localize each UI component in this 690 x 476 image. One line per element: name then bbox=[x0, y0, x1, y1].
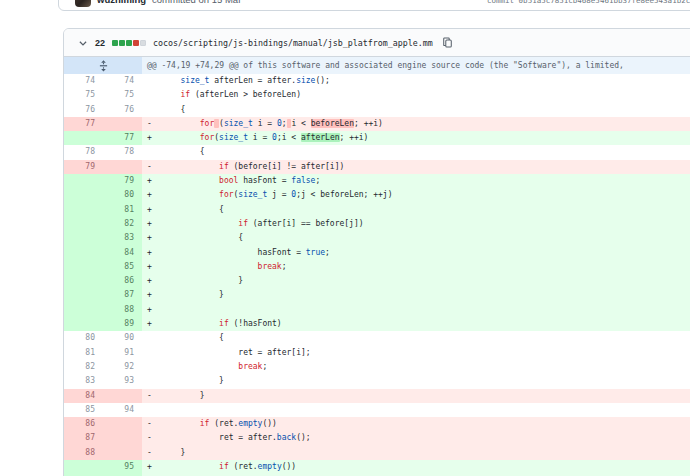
new-line-number[interactable]: 78 bbox=[103, 145, 142, 159]
old-line-number[interactable] bbox=[64, 303, 103, 317]
old-line-number[interactable] bbox=[64, 260, 103, 274]
old-line-number[interactable] bbox=[64, 231, 103, 245]
commit-hash: commit 0b51a5c7851cb468e5461bb37fe8ee543… bbox=[487, 0, 690, 5]
old-line-number[interactable]: 85 bbox=[64, 403, 103, 417]
diff-row: 84- } bbox=[64, 389, 690, 403]
new-line-number[interactable]: 87 bbox=[103, 288, 142, 302]
file-path-link[interactable]: cocos/scripting/js-bindings/manual/jsb_p… bbox=[153, 38, 433, 48]
old-line-number[interactable]: 78 bbox=[64, 145, 103, 159]
hunk-header-text: @@ -74,19 +74,29 @@ of this software and… bbox=[142, 57, 690, 74]
code-line: + break; bbox=[142, 260, 690, 274]
old-line-number[interactable] bbox=[64, 203, 103, 217]
diff-marker: - bbox=[147, 417, 152, 431]
diff-row: 88- } bbox=[64, 446, 690, 460]
new-line-number[interactable]: 79 bbox=[103, 174, 142, 188]
code-line: } bbox=[142, 374, 690, 388]
new-line-number[interactable]: 94 bbox=[103, 403, 142, 417]
diff-row: 79+ bool hasFont = false; bbox=[64, 174, 690, 188]
copy-file-path-icon[interactable] bbox=[442, 37, 453, 48]
old-line-number[interactable] bbox=[64, 188, 103, 202]
code-text: if (afterLen > beforeLen) bbox=[142, 88, 301, 102]
diff-marker: + bbox=[147, 174, 152, 188]
commit-author-link[interactable]: wuzhiming bbox=[97, 0, 146, 5]
diff-marker: + bbox=[147, 217, 152, 231]
old-line-number[interactable]: 87 bbox=[64, 431, 103, 445]
diff-row: 86+ } bbox=[64, 274, 690, 288]
old-line-number[interactable]: 79 bbox=[64, 160, 103, 174]
old-line-number[interactable]: 83 bbox=[64, 374, 103, 388]
old-line-number[interactable] bbox=[64, 246, 103, 260]
code-line: { bbox=[142, 103, 690, 117]
old-line-number[interactable] bbox=[64, 274, 103, 288]
new-line-number[interactable]: 82 bbox=[103, 217, 142, 231]
code-line: + hasFont = true; bbox=[142, 246, 690, 260]
diff-marker: - bbox=[147, 431, 152, 445]
old-line-number[interactable]: 84 bbox=[64, 389, 103, 403]
code-line: + bool hasFont = false; bbox=[142, 174, 690, 188]
code-text: { bbox=[142, 231, 243, 245]
new-line-number[interactable]: 77 bbox=[103, 131, 142, 145]
new-line-number[interactable]: 85 bbox=[103, 260, 142, 274]
new-line-number[interactable]: 86 bbox=[103, 274, 142, 288]
new-line-number[interactable]: 89 bbox=[103, 317, 142, 331]
new-line-number[interactable]: 80 bbox=[103, 188, 142, 202]
new-line-number[interactable]: 84 bbox=[103, 246, 142, 260]
old-line-number[interactable] bbox=[64, 460, 103, 474]
user-avatar[interactable] bbox=[75, 0, 91, 7]
diff-row: 83+ { bbox=[64, 231, 690, 245]
old-line-number[interactable]: 81 bbox=[64, 346, 103, 360]
expand-hunk-button[interactable] bbox=[64, 57, 142, 74]
diffstat-blocks bbox=[112, 40, 146, 46]
old-line-number[interactable] bbox=[64, 317, 103, 331]
old-line-number[interactable]: 74 bbox=[64, 74, 103, 88]
code-line: { bbox=[142, 331, 690, 345]
new-line-number[interactable] bbox=[103, 389, 142, 403]
new-line-number[interactable] bbox=[103, 417, 142, 431]
new-line-number[interactable] bbox=[103, 160, 142, 174]
old-line-number[interactable] bbox=[64, 174, 103, 188]
commit-sha: 0b51a5c7851cb468e5461bb37fe8ee543a1b2c39 bbox=[519, 0, 690, 5]
diffstat-square-added bbox=[119, 40, 125, 46]
old-line-number[interactable]: 86 bbox=[64, 417, 103, 431]
old-line-number[interactable]: 76 bbox=[64, 103, 103, 117]
new-line-number[interactable]: 88 bbox=[103, 303, 142, 317]
old-line-number[interactable] bbox=[64, 288, 103, 302]
new-line-number[interactable]: 74 bbox=[103, 74, 142, 88]
new-line-number[interactable]: 93 bbox=[103, 374, 142, 388]
code-line: + if (ret.empty()) bbox=[142, 460, 690, 474]
diff-marker: - bbox=[147, 117, 152, 131]
new-line-number[interactable] bbox=[103, 446, 142, 460]
old-line-number[interactable] bbox=[64, 217, 103, 231]
code-line: size_t afterLen = after.size(); bbox=[142, 74, 690, 88]
code-text: if (ret.empty()) bbox=[142, 460, 296, 474]
code-line: - } bbox=[142, 446, 690, 460]
chevron-down-icon[interactable] bbox=[78, 38, 88, 48]
diff-file-card: 22 cocos/scripting/js-bindings/manual/js… bbox=[63, 28, 690, 476]
new-line-number[interactable]: 90 bbox=[103, 331, 142, 345]
new-line-number[interactable]: 92 bbox=[103, 360, 142, 374]
old-line-number[interactable]: 88 bbox=[64, 446, 103, 460]
new-line-number[interactable]: 81 bbox=[103, 203, 142, 217]
new-line-number[interactable] bbox=[103, 117, 142, 131]
diff-marker: + bbox=[147, 303, 152, 317]
old-line-number[interactable]: 77 bbox=[64, 117, 103, 131]
new-line-number[interactable]: 83 bbox=[103, 231, 142, 245]
new-line-number[interactable] bbox=[103, 431, 142, 445]
code-line: { bbox=[142, 145, 690, 159]
code-line: + bbox=[142, 303, 690, 317]
old-line-number[interactable]: 75 bbox=[64, 88, 103, 102]
diff-row: 86- if (ret.empty()) bbox=[64, 417, 690, 431]
new-line-number[interactable]: 95 bbox=[103, 460, 142, 474]
old-line-number[interactable]: 80 bbox=[64, 331, 103, 345]
new-line-number[interactable]: 75 bbox=[103, 88, 142, 102]
new-line-number[interactable]: 91 bbox=[103, 346, 142, 360]
code-text: { bbox=[142, 331, 224, 345]
code-text: { bbox=[142, 203, 224, 217]
old-line-number[interactable] bbox=[64, 131, 103, 145]
old-line-number[interactable]: 82 bbox=[64, 360, 103, 374]
diff-marker: - bbox=[147, 389, 152, 403]
code-text: break; bbox=[142, 360, 267, 374]
code-line: + if (!hasFont) bbox=[142, 317, 690, 331]
new-line-number[interactable]: 76 bbox=[103, 103, 142, 117]
diff-row: 8292 break; bbox=[64, 360, 690, 374]
